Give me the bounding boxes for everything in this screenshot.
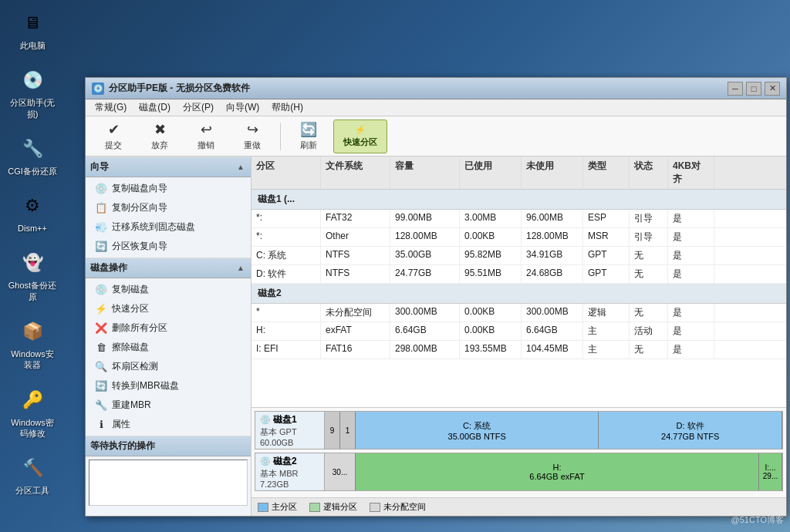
pt-cell-type: GPT	[583, 265, 630, 283]
sidebar-convert-mbr[interactable]: 🔄 转换到MBR磁盘	[86, 376, 251, 396]
pt-cell-fs: FAT32	[321, 210, 390, 227]
maximize-button[interactable]: □	[746, 82, 761, 96]
legend-primary-color	[258, 503, 268, 512]
sidebar-restore-partition[interactable]: 🔄 分区恢复向导	[86, 237, 251, 256]
disk1-part-c-name: C: 系统	[463, 420, 491, 432]
disk1-part-c[interactable]: C: 系统 35.00GB NTFS	[356, 412, 599, 449]
legend-unalloc-label: 未分配空间	[383, 501, 426, 513]
pending-section-header[interactable]: 等待执行的操作	[86, 436, 251, 456]
disk2-vis-row: 💿 磁盘2 基本 MBR 7.23GB 30... H: 6.64GB exFA…	[255, 453, 783, 491]
disk-ops-section-header[interactable]: 磁盘操作 ▲	[86, 258, 251, 278]
desktop-icon-windows-password[interactable]: 🔑 Windows密码修改	[8, 385, 57, 439]
pt-cell-used: 95.51MB	[460, 265, 522, 283]
sidebar-properties[interactable]: ℹ 属性	[86, 415, 251, 434]
desktop-icon-partition-assistant[interactable]: 💿 分区助手(无损)	[8, 65, 57, 120]
sidebar-copy-partition[interactable]: 📋 复制分区向导	[86, 198, 251, 217]
legend-primary: 主分区	[258, 501, 297, 513]
partition-assistant-icon: 💿	[17, 65, 48, 96]
table-row[interactable]: * 未分配空间 300.00MB 0.00KB 300.00MB 逻辑 无 是	[252, 304, 786, 322]
minimize-button[interactable]: ─	[728, 82, 743, 96]
pt-cell-partition: H:	[252, 322, 321, 340]
toolbar-undo[interactable]: ↩ 撤销	[184, 120, 228, 153]
menu-partition[interactable]: 分区(P)	[177, 99, 220, 116]
disk1-vis-name: 磁盘1	[273, 413, 297, 426]
restore-label: 分区恢复向导	[112, 240, 167, 253]
desktop-icon-ghost-backup[interactable]: 👻 Ghost备份还原	[8, 247, 57, 302]
sidebar-quick-partition-op[interactable]: ⚡ 快速分区	[86, 299, 251, 318]
toolbar-refresh[interactable]: 🔄 刷新	[287, 120, 330, 153]
pt-cell-cap: 6.64GB	[390, 322, 460, 340]
toolbar-quick-partition[interactable]: ⚡ 快速分区	[333, 120, 387, 153]
disk1-part-d-name: D: 软件	[677, 420, 704, 432]
cgi-backup-icon: 🔧	[17, 133, 48, 164]
legend-logical-label: 逻辑分区	[323, 501, 357, 513]
sidebar-bad-sector[interactable]: 🔍 坏扇区检测	[86, 357, 251, 376]
convert-mbr-icon: 🔄	[95, 380, 107, 392]
sidebar-migrate-ssd[interactable]: 💨 迁移系统到固态磁盘	[86, 217, 251, 237]
menu-wizard[interactable]: 向导(W)	[220, 99, 265, 116]
pt-cell-cap: 99.00MB	[390, 210, 460, 227]
pt-cell-partition: D: 软件	[252, 265, 321, 283]
disk2-part-i[interactable]: I:... 29...	[759, 453, 782, 490]
table-row[interactable]: D: 软件 NTFS 24.77GB 95.51MB 24.68GB GPT 无…	[252, 265, 786, 284]
col-used: 已使用	[460, 157, 522, 189]
desktop-icon-windows-installer[interactable]: 📦 Windows安装器	[8, 316, 57, 371]
table-row[interactable]: I: EFI FAT16 298.00MB 193.55MB 104.45MB …	[252, 341, 786, 359]
sidebar-copy-disk-op[interactable]: 💿 复制磁盘	[86, 280, 251, 299]
desktop-icon-dism[interactable]: ⚙ Dism++	[8, 190, 57, 234]
disk-ops-items: 💿 复制磁盘 ⚡ 快速分区 ❌ 删除所有分区 🗑 擦除磁盘 🔍 坏扇区	[86, 278, 251, 436]
col-align: 4KB对齐	[668, 157, 714, 189]
sidebar-delete-all[interactable]: ❌ 删除所有分区	[86, 318, 251, 338]
disk2-part-unalloc[interactable]: 30...	[325, 453, 356, 490]
menu-general[interactable]: 常规(G)	[89, 99, 133, 116]
partition-table: 分区 文件系统 容量 已使用 未使用 类型 状态 4KB对齐 磁盘1 (... …	[252, 157, 786, 407]
disk1-part-d[interactable]: D: 软件 24.77GB NTFS	[599, 412, 782, 449]
table-row[interactable]: *: FAT32 99.00MB 3.00MB 96.00MB ESP 引导 是	[252, 210, 786, 228]
pt-cell-type: 逻辑	[583, 304, 630, 322]
copy-partition-label: 复制分区向导	[112, 201, 167, 214]
pt-cell-align: 是	[668, 247, 714, 264]
pt-cell-align: 是	[668, 322, 714, 340]
col-partition: 分区	[252, 157, 321, 189]
sidebar-wipe-disk[interactable]: 🗑 擦除磁盘	[86, 338, 251, 357]
sidebar-copy-disk[interactable]: 💿 复制磁盘向导	[86, 179, 251, 198]
toolbar: ✔ 提交 ✖ 放弃 ↩ 撤销 ↪ 重做 🔄 刷新 ⚡ 快速分区	[86, 116, 786, 157]
menu-disk[interactable]: 磁盘(D)	[133, 99, 177, 116]
wizard-section-header[interactable]: 向导 ▲	[86, 157, 251, 177]
desktop-icon-cgi-backup[interactable]: 🔧 CGI备份还原	[8, 133, 57, 177]
cgi-backup-label: CGI备份还原	[8, 166, 57, 177]
disk1-part-msr[interactable]: 1	[340, 412, 356, 449]
table-row[interactable]: *: Other 128.00MB 0.00KB 128.00MB MSR 引导…	[252, 228, 786, 247]
pt-cell-used: 193.55MB	[460, 341, 522, 359]
table-row[interactable]: C: 系统 NTFS 35.00GB 95.82MB 34.91GB GPT 无…	[252, 247, 786, 265]
windows-installer-label: Windows安装器	[8, 348, 57, 371]
toolbar-discard[interactable]: ✖ 放弃	[138, 120, 181, 153]
sidebar-rebuild-mbr[interactable]: 🔧 重建MBR	[86, 396, 251, 415]
pt-header: 分区 文件系统 容量 已使用 未使用 类型 状态 4KB对齐	[252, 157, 786, 190]
wipe-disk-label: 擦除磁盘	[112, 341, 149, 354]
wipe-disk-icon: 🗑	[95, 342, 107, 354]
pt-cell-free: 104.45MB	[522, 341, 583, 359]
desktop-icon-this-pc[interactable]: 🖥 此电脑	[8, 8, 57, 51]
toolbar-redo[interactable]: ↪ 重做	[231, 120, 274, 153]
wizard-arrow-icon: ▲	[237, 163, 245, 171]
disk2-part-h[interactable]: H: 6.64GB exFAT	[356, 453, 759, 490]
discard-icon: ✖	[154, 121, 166, 138]
desktop-icon-partition-tool[interactable]: 🔨 分区工具	[8, 453, 57, 496]
pt-cell-cap: 298.00MB	[390, 341, 460, 359]
toolbar-submit[interactable]: ✔ 提交	[92, 120, 135, 153]
disk1-part-esp[interactable]: 9	[325, 412, 340, 449]
windows-password-icon: 🔑	[17, 385, 48, 416]
close-button[interactable]: ✕	[765, 82, 780, 96]
col-free: 未使用	[522, 157, 583, 189]
bad-sector-label: 坏扇区检测	[112, 360, 158, 373]
menu-help[interactable]: 帮助(H)	[265, 99, 309, 116]
disk2-vis-size: 7.23GB	[260, 480, 319, 489]
pt-cell-align: 是	[668, 228, 714, 246]
table-row[interactable]: H: exFAT 6.64GB 0.00KB 6.64GB 主 活动 是	[252, 322, 786, 341]
pt-cell-used: 0.00KB	[460, 322, 522, 340]
legend-unalloc: 未分配空间	[370, 501, 426, 513]
pt-cell-fs: Other	[321, 228, 390, 246]
disk2-rows: * 未分配空间 300.00MB 0.00KB 300.00MB 逻辑 无 是 …	[252, 304, 786, 359]
sidebar: 向导 ▲ 💿 复制磁盘向导 📋 复制分区向导 💨 迁移系统到固态磁盘 🔄	[86, 157, 252, 516]
